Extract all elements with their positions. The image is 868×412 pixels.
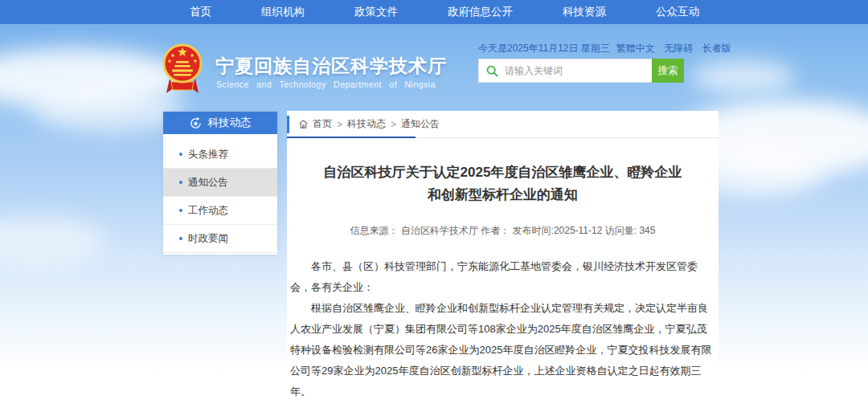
- breadcrumb-separator: >: [391, 119, 396, 130]
- current-date: 今天是2025年11月12日 星期三: [478, 42, 610, 55]
- elder-version-link[interactable]: 长者版: [702, 43, 731, 54]
- article-title-line2: 和创新型标杆企业的通知: [428, 187, 578, 202]
- sidebar-item-label: 时政要闻: [188, 232, 228, 246]
- article-title-line1: 自治区科技厅关于认定2025年度自治区雏鹰企业、瞪羚企业: [324, 165, 682, 180]
- search-input-wrap: [478, 59, 652, 83]
- search-input[interactable]: [479, 59, 652, 82]
- sidebar-title: 科技动态: [208, 116, 252, 130]
- nav-item-gov-info-disclosure[interactable]: 政府信息公开: [448, 5, 513, 19]
- site-title: 宁夏回族自治区科学技术厅: [215, 54, 447, 79]
- breadcrumb-divider: [287, 137, 719, 138]
- sidebar-item-label: 通知公告: [188, 176, 228, 190]
- search-bar: 搜索: [478, 59, 684, 83]
- bullet-dot-icon: [179, 181, 182, 184]
- nav-item-policy-documents[interactable]: 政策文件: [354, 5, 398, 19]
- bullet-dot-icon: [179, 153, 182, 156]
- nav-item-home[interactable]: 首页: [190, 5, 211, 19]
- home-icon: [298, 119, 309, 129]
- sidebar-item-notices[interactable]: 通知公告: [163, 169, 277, 197]
- sidebar-list: 头条推荐 通知公告 工作动态 时政要闻: [163, 134, 277, 253]
- sidebar-item-headline-recommend[interactable]: 头条推荐: [163, 141, 277, 169]
- article-body: 各市、县（区）科技管理部门，宁东能源化工基地管委会，银川经济技术开发区管委会，各…: [290, 256, 715, 402]
- sidebar-header: 科技动态: [163, 112, 277, 134]
- accessibility-link[interactable]: 无障碍: [664, 43, 693, 54]
- search-icon: [486, 65, 498, 77]
- breadcrumb-separator: >: [337, 119, 342, 130]
- cloud-decoration: [0, 217, 104, 265]
- breadcrumb-home[interactable]: 首页: [313, 117, 332, 131]
- breadcrumb: 首页 > 科技动态 > 通知公告: [287, 111, 719, 137]
- page: 首页 组织机构 政策文件 政府信息公开 科技资源 公众互动: [0, 0, 868, 412]
- site-header: 宁夏回族自治区科学技术厅 Science and Technology Depa…: [0, 24, 868, 112]
- main-content-panel: 首页 > 科技动态 > 通知公告 自治区科技厅关于认定2025年度自治区雏鹰企业…: [287, 111, 719, 412]
- nav-item-organization[interactable]: 组织机构: [261, 5, 305, 19]
- sidebar: 科技动态 头条推荐 通知公告 工作动态 时政要闻: [163, 112, 277, 255]
- header-utility-row: 今天是2025年11月12日 星期三 繁體中文 无障碍 长者版: [478, 42, 700, 55]
- utility-links: 繁體中文 无障碍 长者版: [610, 42, 731, 55]
- breadcrumb-accent-bar: [287, 116, 289, 133]
- breadcrumb-divider-accent: [287, 137, 416, 138]
- traditional-chinese-link[interactable]: 繁體中文: [616, 43, 655, 54]
- sidebar-item-label: 工作动态: [188, 204, 228, 218]
- article-meta: 信息来源： 自治区科学技术厅 作者： 发布时间:2025-11-12 访问量: …: [287, 224, 719, 238]
- article-paragraph: 根据自治区雏鹰企业、瞪羚企业和创新型标杆企业认定管理有关规定，决定认定半亩良人农…: [290, 298, 715, 402]
- nav-item-sci-tech-resources[interactable]: 科技资源: [563, 5, 606, 19]
- sidebar-item-label: 头条推荐: [188, 148, 228, 161]
- site-subtitle-english: Science and Technology Department of Nin…: [216, 80, 436, 89]
- bullet-dot-icon: [179, 237, 182, 240]
- sidebar-item-work-updates[interactable]: 工作动态: [163, 197, 277, 225]
- sci-tech-news-icon: [190, 117, 202, 129]
- breadcrumb-notices[interactable]: 通知公告: [401, 117, 440, 131]
- bullet-dot-icon: [179, 209, 182, 212]
- search-button[interactable]: 搜索: [652, 59, 684, 83]
- sidebar-item-political-news[interactable]: 时政要闻: [163, 225, 277, 253]
- article-paragraph: 各市、县（区）科技管理部门，宁东能源化工基地管委会，银川经济技术开发区管委会，各…: [290, 256, 715, 298]
- nav-item-public-interaction[interactable]: 公众互动: [656, 5, 699, 19]
- article-title: 自治区科技厅关于认定2025年度自治区雏鹰企业、瞪羚企业 和创新型标杆企业的通知: [309, 161, 696, 206]
- top-nav: 首页 组织机构 政策文件 政府信息公开 科技资源 公众互动: [0, 0, 868, 24]
- breadcrumb-sci-tech-news[interactable]: 科技动态: [347, 117, 386, 131]
- national-emblem-logo-icon: [162, 43, 203, 96]
